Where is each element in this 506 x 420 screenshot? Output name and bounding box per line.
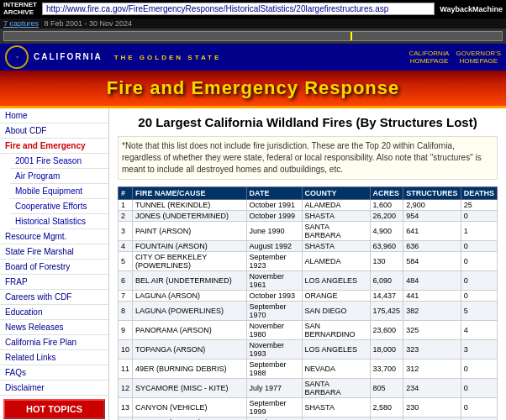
cell-name: PAINT (ARSON) [133,221,247,240]
cell-name: BEL AIR (UNDETERMINED) [133,270,247,290]
cell-deaths: 1 [461,221,497,240]
cell-date: October 1999 [246,210,302,221]
cell-county: ALAMEDA [302,251,370,270]
table-row: 12SYCAMORE (MISC - KITE)July 1977SANTA B… [119,378,498,397]
sidebar-item-careers[interactable]: Careers with CDF [0,290,108,305]
cell-acres: 23,600 [370,320,403,339]
sidebar-item-about-cdf[interactable]: About CDF [0,123,108,139]
table-row: 7LAGUNA (ARSON)October 1993ORANGE14,4374… [119,290,498,301]
cell-date: June 1990 [246,221,302,240]
ca-header: ⭑ CALIFORNIA THE GOLDEN STATE CALIFORNIA… [0,44,506,71]
table-row: 13CANYON (VEHICLE)September 1999SHASTA2,… [119,397,498,417]
captures-link[interactable]: 7 captures [3,19,39,28]
cell-name: PANORAMA (ARSON) [133,320,247,339]
hot-topics-button[interactable]: HOT TOPICS [3,399,105,419]
table-row: 6BEL AIR (UNDETERMINED)November 1961LOS … [119,270,498,290]
cell-structures: 636 [403,240,461,251]
sidebar-item-fire-season[interactable]: 2001 Fire Season [10,154,108,169]
table-header-row: # FIRE NAME/CAUSE DATE COUNTY ACRES STRU… [119,186,498,199]
cell-name: JONES (UNDETERMINED) [133,210,247,221]
table-row: 1TUNNEL (REKINDLE)October 1991ALAMEDA1,6… [119,199,498,210]
col-structures: STRUCTURES [403,186,461,199]
captures-dates: 8 Feb 2001 - 30 Nov 2024 [45,19,133,28]
sidebar-item-mobile-equipment[interactable]: Mobile Equipment [10,184,108,199]
sidebar-item-related[interactable]: Related Links [0,350,108,365]
sidebar-item-news[interactable]: News Releases [0,320,108,335]
cell-date: September 1999 [246,397,302,417]
sidebar-item-cooperative[interactable]: Cooperative Efforts [10,199,108,214]
col-acres: ACRES [370,186,403,199]
fire-banner-title: Fire and Emergency Response [3,77,503,99]
sidebar-item-state-marshal[interactable]: State Fire Marshal [0,244,108,260]
cell-name: SYCAMORE (MISC - KITE) [133,378,247,397]
cell-acres: 130 [370,251,403,270]
sidebar-item-ca-fire-plan[interactable]: California Fire Plan [0,335,108,350]
cell-num: 8 [119,301,133,320]
table-row: 2JONES (UNDETERMINED)October 1999SHASTA2… [119,210,498,221]
cell-deaths: 0 [461,210,497,221]
cell-deaths: 0 [461,290,497,301]
cell-structures: 2,900 [403,199,461,210]
cell-county: SAN DIEGO [302,301,370,320]
cell-acres: 14,437 [370,290,403,301]
cell-acres: 33,700 [370,359,403,378]
cell-acres: 2,580 [370,397,403,417]
cell-date: July 1977 [246,378,302,397]
cell-deaths: 0 [461,378,497,397]
ca-title: CALIFORNIA THE GOLDEN STATE [34,52,221,61]
cell-deaths: 0 [461,397,497,417]
sidebar-item-historical[interactable]: Historical Statistics [10,214,108,229]
cell-county: SAN BERNARDINO [302,320,370,339]
sidebar: Home About CDF Fire and Emergency 2001 F… [0,108,109,420]
sidebar-item-resource-mgmt[interactable]: Resource Mgmt. [0,229,108,244]
note-text: *Note that this list does not include fi… [118,136,498,180]
cell-name: 49ER (BURNING DEBRIS) [133,359,247,378]
cell-structures: 312 [403,359,461,378]
ca-homepage-link[interactable]: CALIFORNIA HOMEPAGE [408,50,449,65]
cell-county: LOS ANGELES [302,270,370,290]
timeline-inner [3,31,503,41]
table-row: 3PAINT (ARSON)June 1990SANTA BARBARA4,90… [119,221,498,240]
cell-acres: 175,425 [370,301,403,320]
wayback-logo: WaybackMachine [440,5,503,13]
cell-acres: 805 [370,378,403,397]
captures-bar: 7 captures 8 Feb 2001 - 30 Nov 2024 [0,18,506,29]
cell-deaths: 0 [461,359,497,378]
sidebar-item-fire-emergency[interactable]: Fire and Emergency [0,139,108,154]
cell-county: SANTA BARBARA [302,221,370,240]
cell-acres: 63,960 [370,240,403,251]
cell-date: November 1980 [246,320,302,339]
sidebar-item-disclaimer[interactable]: Disclaimer [0,381,108,396]
cell-num: 13 [119,397,133,417]
governor-homepage-link[interactable]: GOVERNOR'S HOMEPAGE [456,50,501,65]
cell-county: ORANGE [302,290,370,301]
sidebar-item-home[interactable]: Home [0,108,108,123]
cell-num: 11 [119,359,133,378]
sidebar-item-faqs[interactable]: FAQs [0,365,108,381]
cell-deaths: 0 [461,270,497,290]
cell-county: SHASTA [302,210,370,221]
ca-header-left: ⭑ CALIFORNIA THE GOLDEN STATE [5,45,221,69]
cell-num: 6 [119,270,133,290]
sidebar-item-frap[interactable]: FRAP [0,275,108,290]
sidebar-item-air-program[interactable]: Air Program [10,169,108,184]
table-row: 5CITY OF BERKELEY (POWERLINES)September … [119,251,498,270]
top-bar: INTERNETARCHIVE WaybackMachine [0,0,506,18]
url-input[interactable] [42,3,435,15]
sidebar-item-board-forestry[interactable]: Board of Forestry [0,260,108,275]
timeline-marker [351,32,352,40]
col-date: DATE [246,186,302,199]
cell-date: November 1961 [246,270,302,290]
cell-deaths: 0 [461,417,497,420]
cell-acres: 6,090 [370,270,403,290]
cell-structures: 584 [403,251,461,270]
col-num: # [119,186,133,199]
cell-deaths: 4 [461,320,497,339]
cell-date: August 1992 [246,240,302,251]
page-heading: 20 Largest California Wildland Fires (By… [118,115,498,129]
sidebar-item-education[interactable]: Education [0,305,108,320]
cell-name: CITY OF BERKELEY (POWERLINES) [133,251,247,270]
fires-table-body: 1TUNNEL (REKINDLE)October 1991ALAMEDA1,6… [119,199,498,420]
cell-num: 3 [119,221,133,240]
cell-structures: 382 [403,301,461,320]
